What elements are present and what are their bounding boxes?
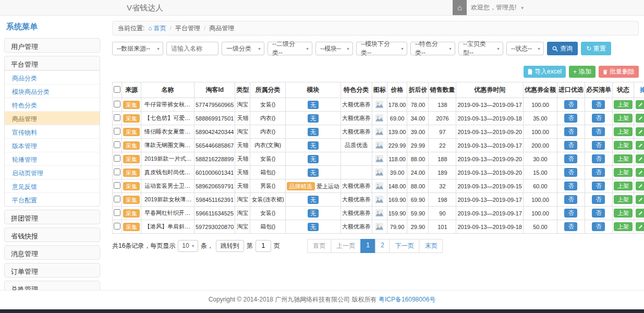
import-select-button[interactable]: 否 [564, 195, 577, 204]
edit-button[interactable] [636, 222, 644, 231]
must-buy-button[interactable]: 否 [592, 168, 605, 177]
per-page-select[interactable]: 10 ▼ [178, 240, 198, 252]
status-button[interactable]: 上架 [614, 168, 633, 177]
import-select-button[interactable]: 否 [564, 168, 577, 177]
row-checkbox[interactable] [114, 155, 120, 162]
sidebar-item-saving-express[interactable]: 省钱快报 [4, 227, 100, 242]
import-select-button[interactable]: 否 [564, 154, 577, 163]
featured-category-select[interactable]: --特色分类-- ▼ [410, 42, 455, 55]
page-prev[interactable]: 上一页 [331, 239, 361, 253]
sidebar-item-platform-config[interactable]: 平台配置 [5, 192, 100, 206]
status-button[interactable]: 上架 [614, 114, 633, 123]
must-buy-button[interactable]: 否 [592, 154, 605, 163]
sidebar-item-message-mgmt[interactable]: 消息管理 [4, 245, 100, 260]
sidebar-item-order-mgmt[interactable]: 订单管理 [4, 263, 100, 278]
import-select-button[interactable]: 否 [564, 141, 577, 150]
must-buy-button[interactable]: 否 [592, 182, 605, 190]
sidebar-item-featured-category[interactable]: 特色分类 [5, 98, 100, 111]
status-select[interactable]: --状态-- ▼ [506, 42, 544, 55]
item-type-select[interactable]: --宝贝类型-- ▼ [458, 42, 503, 55]
sidebar-item-product-category[interactable]: 商品分类 [5, 70, 100, 84]
import-excel-button[interactable]: 导入excel [524, 66, 566, 78]
row-checkbox[interactable] [114, 209, 120, 216]
page-2[interactable]: 2 [375, 239, 390, 253]
col-name: 名称 [141, 82, 195, 98]
row-checkbox[interactable] [114, 223, 120, 230]
status-button[interactable]: 上架 [614, 195, 633, 204]
row-checkbox[interactable] [114, 182, 120, 189]
edit-button[interactable] [636, 114, 644, 123]
import-select-button[interactable]: 否 [564, 114, 577, 123]
sidebar-item-splash-mgmt[interactable]: 启动页管理 [5, 165, 100, 179]
sidebar-item-group-buy-mgmt[interactable]: 拼团管理 [4, 210, 100, 224]
must-buy-button[interactable]: 否 [592, 209, 605, 218]
must-buy-button[interactable]: 否 [592, 222, 605, 231]
icp-link[interactable]: 粤ICP备16098006号 [379, 296, 435, 303]
reset-button[interactable]: ↻ 重置 [581, 42, 611, 55]
status-button[interactable]: 上架 [614, 154, 633, 163]
module-select[interactable]: --模块-- ▼ [315, 42, 353, 55]
edit-button[interactable] [636, 154, 644, 163]
sidebar-item-platform-mgmt[interactable]: 平台管理 [4, 56, 100, 70]
must-buy-button[interactable]: 否 [592, 100, 605, 109]
col-checkbox [113, 82, 122, 98]
module-text: 爱上运动 [317, 183, 339, 189]
status-button[interactable]: 上架 [614, 209, 633, 218]
cell-category: 内衣() [250, 125, 285, 139]
edit-button[interactable] [636, 127, 644, 136]
sidebar-item-promo-materials[interactable]: 宣传物料 [5, 125, 100, 138]
import-select-button[interactable]: 否 [564, 100, 577, 109]
search-button[interactable]: 查询 [547, 42, 578, 55]
user-menu[interactable]: 欢迎您，管理员! ▼ [471, 0, 525, 16]
edit-button[interactable] [636, 195, 644, 204]
import-select-button[interactable]: 否 [564, 182, 577, 190]
chevron-down-icon: ▼ [306, 47, 309, 51]
page-1[interactable]: 1 [360, 239, 375, 253]
must-buy-button[interactable]: 否 [592, 141, 605, 150]
edit-button[interactable] [636, 182, 644, 190]
sidebar-item-version-mgmt[interactable]: 版本管理 [5, 138, 100, 152]
breadcrumb-home-link[interactable]: ⌂ 首页 [148, 24, 166, 33]
module-subcategory-select[interactable]: --模块下分类-- ▼ [356, 42, 407, 55]
page-next[interactable]: 下一页 [390, 239, 420, 253]
sidebar-item-user-mgmt[interactable]: 用户管理 [4, 38, 100, 53]
sidebar-item-module-product-category[interactable]: 模块商品分类 [5, 84, 100, 98]
status-button[interactable]: 上架 [614, 222, 633, 231]
status-button[interactable]: 上架 [614, 141, 633, 150]
level1-category-select[interactable]: 一级分类 ▼ [222, 42, 264, 55]
select-all-checkbox[interactable] [114, 86, 120, 93]
home-button[interactable]: ⌂ [453, 0, 467, 15]
import-select-button[interactable]: 否 [564, 127, 577, 136]
batch-delete-button[interactable]: 批量删除 [599, 66, 639, 78]
row-checkbox[interactable] [114, 168, 120, 175]
row-checkbox[interactable] [114, 101, 120, 107]
sidebar-item-feedback[interactable]: 意见反馈 [5, 179, 100, 192]
edit-button[interactable] [636, 209, 644, 218]
sidebar-item-product-mgmt[interactable]: 商品管理 [5, 111, 100, 125]
edit-button[interactable] [636, 100, 644, 109]
edit-button[interactable] [636, 168, 644, 177]
sidebar-item-carousel-mgmt[interactable]: 轮播管理 [5, 152, 100, 165]
page-last[interactable]: 末页 [419, 239, 443, 253]
page-number-input[interactable] [256, 240, 271, 252]
page-first[interactable]: 首页 [307, 239, 331, 253]
level2-category-select[interactable]: --二级分类-- ▼ [268, 42, 312, 55]
must-buy-button[interactable]: 否 [592, 114, 605, 123]
import-select-button[interactable]: 否 [564, 222, 577, 231]
status-button[interactable]: 上架 [614, 182, 633, 190]
edit-button[interactable] [636, 141, 644, 150]
add-button[interactable]: + 添加 [569, 66, 596, 78]
import-select-button[interactable]: 否 [564, 209, 577, 218]
row-checkbox[interactable] [114, 114, 120, 121]
must-buy-button[interactable]: 否 [592, 127, 605, 136]
status-button[interactable]: 上架 [614, 127, 633, 136]
status-button[interactable]: 上架 [614, 100, 633, 109]
data-source-select[interactable]: --数据来源-- ▼ [112, 42, 163, 55]
must-buy-button[interactable]: 否 [592, 195, 605, 204]
row-checkbox[interactable] [114, 196, 120, 202]
row-checkbox[interactable] [114, 128, 120, 135]
row-checkbox[interactable] [114, 141, 120, 148]
name-search-input[interactable] [166, 42, 218, 55]
table-row: 采集牛仔背带裤女秋装减龄...577479560965淘宝女装()无大额优惠券1… [113, 98, 644, 112]
jump-button[interactable]: 跳转到 [216, 240, 244, 252]
